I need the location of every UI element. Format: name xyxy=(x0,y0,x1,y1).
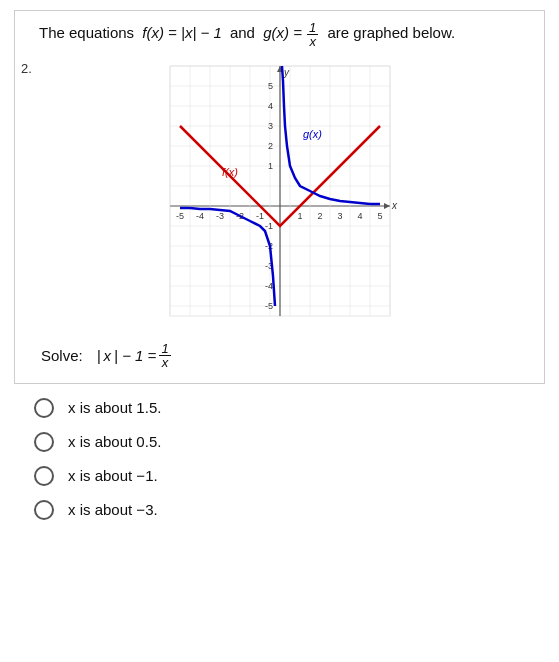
svg-text:-5: -5 xyxy=(264,301,272,311)
radio-button-1[interactable] xyxy=(34,398,54,418)
radio-button-4[interactable] xyxy=(34,500,54,520)
svg-text:x: x xyxy=(391,200,398,211)
option-1-text: x is about 1.5. xyxy=(68,399,161,416)
solve-label: Solve: xyxy=(41,347,83,364)
svg-text:-5: -5 xyxy=(175,211,183,221)
and-text: and xyxy=(230,24,255,41)
option-4-text: x is about −3. xyxy=(68,501,158,518)
g-fraction: 1 x xyxy=(307,21,318,48)
option-1[interactable]: x is about 1.5. xyxy=(34,398,545,418)
svg-text:3: 3 xyxy=(337,211,342,221)
option-4[interactable]: x is about −3. xyxy=(34,500,545,520)
option-3-text: x is about −1. xyxy=(68,467,158,484)
solve-fraction: 1 x xyxy=(159,342,170,369)
svg-text:2: 2 xyxy=(267,141,272,151)
radio-button-2[interactable] xyxy=(34,432,54,452)
radio-button-3[interactable] xyxy=(34,466,54,486)
svg-text:1: 1 xyxy=(297,211,302,221)
option-2[interactable]: x is about 0.5. xyxy=(34,432,545,452)
svg-text:4: 4 xyxy=(357,211,362,221)
page-container: The equations f(x) = |x| − 1 and g(x) = … xyxy=(0,0,559,554)
question-number: 2. xyxy=(21,61,32,76)
svg-text:-4: -4 xyxy=(264,281,272,291)
f-label: f(x) xyxy=(222,166,238,178)
svg-text:-1: -1 xyxy=(255,211,263,221)
svg-text:4: 4 xyxy=(267,101,272,111)
svg-text:-4: -4 xyxy=(195,211,203,221)
option-2-text: x is about 0.5. xyxy=(68,433,161,450)
text-before: The equations xyxy=(39,24,134,41)
f-equation: f(x) = |x| − 1 xyxy=(142,24,226,41)
svg-text:y: y xyxy=(283,67,290,78)
svg-text:5: 5 xyxy=(267,81,272,91)
svg-text:5: 5 xyxy=(377,211,382,221)
svg-text:-3: -3 xyxy=(215,211,223,221)
solve-row: Solve: |x| − 1 = 1 x xyxy=(25,336,534,375)
option-3[interactable]: x is about −1. xyxy=(34,466,545,486)
g-label: g(x) xyxy=(303,128,322,140)
svg-text:3: 3 xyxy=(267,121,272,131)
coordinate-graph: -5 -4 -3 -2 -1 1 2 3 4 5 x 5 4 3 2 xyxy=(160,56,400,326)
svg-text:1: 1 xyxy=(267,161,272,171)
question-box: The equations f(x) = |x| − 1 and g(x) = … xyxy=(14,10,545,384)
options-list: x is about 1.5. x is about 0.5. x is abo… xyxy=(14,398,545,520)
svg-text:2: 2 xyxy=(317,211,322,221)
text-after: are graphed below. xyxy=(327,24,455,41)
g-equation: g(x) = 1 x xyxy=(263,24,323,41)
solve-equation: |x| − 1 = 1 x xyxy=(97,342,171,369)
graph-container: -5 -4 -3 -2 -1 1 2 3 4 5 x 5 4 3 2 xyxy=(25,56,534,326)
question-text: The equations f(x) = |x| − 1 and g(x) = … xyxy=(25,19,534,48)
svg-text:-1: -1 xyxy=(264,221,272,231)
